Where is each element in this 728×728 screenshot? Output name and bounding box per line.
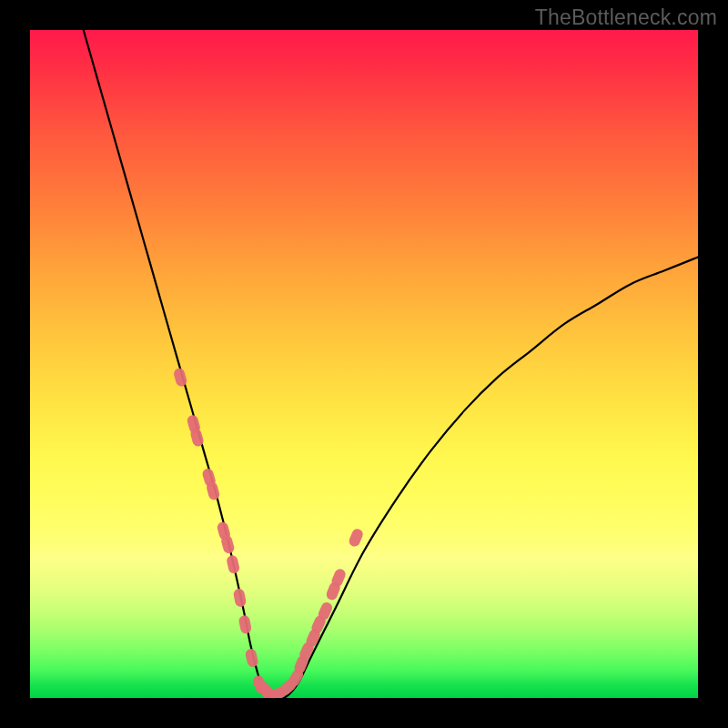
marker-dot — [244, 648, 258, 668]
plot-area — [30, 30, 698, 698]
chart-svg — [30, 30, 698, 698]
bottleneck-curve — [84, 30, 698, 698]
marker-dot — [348, 527, 365, 548]
marker-dot — [226, 554, 240, 574]
marker-dot — [233, 588, 248, 608]
chart-frame: TheBottleneck.com — [0, 0, 728, 728]
marker-dot — [238, 614, 253, 634]
watermark-text: TheBottleneck.com — [535, 5, 717, 30]
highlight-markers — [173, 367, 365, 698]
